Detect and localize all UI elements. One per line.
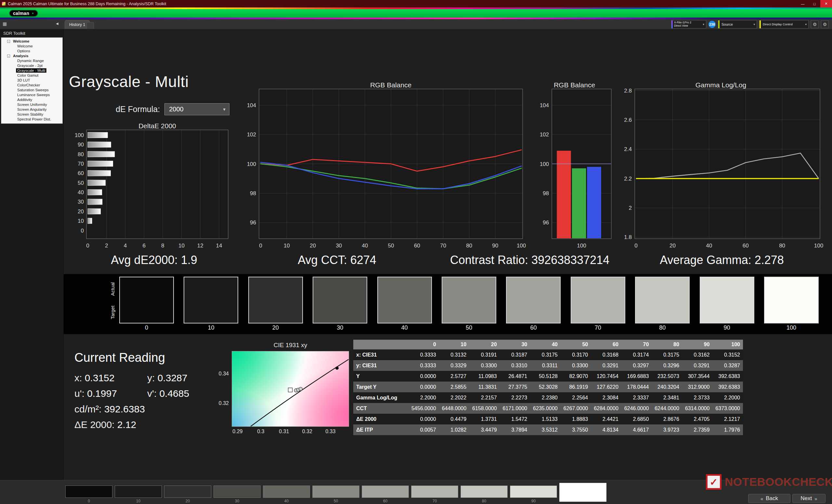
display-control-select[interactable]: Direct Display Control ▾ xyxy=(759,20,809,29)
footer-patch-70[interactable] xyxy=(411,485,458,498)
footer-patch-50[interactable] xyxy=(312,485,360,498)
sidebar-item-grayscale-2pt[interactable]: Grayscale - 2pt xyxy=(1,63,62,68)
table-cell: 6284.0000 xyxy=(591,403,621,414)
sidebar-item-welcome[interactable]: Welcome xyxy=(1,44,62,49)
meter-select[interactable]: X-Rite i1Pro 2 Direct View ▾ xyxy=(671,20,706,29)
table-cell: 2.2022 xyxy=(439,392,470,403)
svg-text:2: 2 xyxy=(629,205,632,211)
grayscale-swatch-10 xyxy=(184,277,238,324)
rgb-bar-blue xyxy=(587,167,601,239)
sidebar-item-colorchecker[interactable]: ColorChecker xyxy=(1,83,62,88)
table-cell: 0.3333 xyxy=(409,360,439,371)
footer-patch-90[interactable] xyxy=(510,485,557,498)
layout-grid-icon[interactable]: ▦ xyxy=(3,22,7,26)
footer-patch-40[interactable] xyxy=(263,485,310,498)
calman-logo-button[interactable]: calman ▼ xyxy=(9,10,38,17)
close-button[interactable]: ✕ xyxy=(820,0,832,7)
sidebar-item-label: Spectral Power Dist. xyxy=(16,117,52,121)
sidebar-item-label: 3D LUT xyxy=(16,78,31,82)
grayscale-swatch-100 xyxy=(764,277,819,324)
calman-logo-text: calman xyxy=(13,11,29,16)
back-button[interactable]: « Back xyxy=(748,494,790,503)
current-reading-title: Current Reading xyxy=(74,351,220,365)
svg-text:98: 98 xyxy=(250,190,256,196)
table-cell: 0.3291 xyxy=(682,360,713,371)
chevron-down-icon: ▾ xyxy=(805,23,807,26)
sidebar-item-screen-angularity[interactable]: Screen Angularity xyxy=(1,107,62,112)
brand-bar: calman ▼ xyxy=(0,9,832,18)
table-row-x-cie31: x: CIE310.33330.31320.31910.31870.31750.… xyxy=(353,349,743,360)
grayscale-swatch-60 xyxy=(506,277,561,324)
settings-gear-icon[interactable]: ⚙ xyxy=(821,21,829,28)
table-cell: 0.3310 xyxy=(500,360,530,371)
gear-icon[interactable]: ⚙ xyxy=(811,21,819,28)
table-cell: 6246.0000 xyxy=(621,403,652,414)
sidebar-item-color-gamut[interactable]: Color Gamut xyxy=(1,73,62,78)
footer-patch-100[interactable] xyxy=(559,483,606,502)
maximize-button[interactable]: □ xyxy=(809,0,820,7)
sidebar-collapse-icon[interactable]: ◀ xyxy=(56,22,58,25)
table-cell: 0.3297 xyxy=(621,360,652,371)
sidebar-item-label: Welcome xyxy=(16,44,34,48)
table-cell: 3.7894 xyxy=(500,424,530,435)
sidebar-item-screen-stability[interactable]: Screen Stability xyxy=(1,112,62,117)
grayscale-swatch-90 xyxy=(700,277,754,324)
tree-collapse-icon[interactable]: - xyxy=(7,40,10,43)
table-cell: 178.0444 xyxy=(621,382,652,392)
sidebar-item-screen-uniformity[interactable]: Screen Uniformity xyxy=(1,102,62,107)
main-content: Grayscale - Multi dE Formula: 2000 ▼ Del… xyxy=(64,29,832,480)
de-reading: ΔE 2000: 2.12 xyxy=(74,419,220,435)
sidebar-item-luminance-sweeps[interactable]: Luminance Sweeps xyxy=(1,92,62,97)
table-cell: 1.7976 xyxy=(712,424,743,435)
table-col-header-20: 20 xyxy=(469,340,500,349)
source-select[interactable]: Source ▾ xyxy=(718,20,757,29)
new-tab-button[interactable] xyxy=(86,22,94,29)
footer-patch-30[interactable] xyxy=(213,485,261,498)
sidebar-item-additivity[interactable]: Additivity xyxy=(1,97,62,102)
footer-patch-10[interactable] xyxy=(115,485,162,498)
swatch-label-90: 90 xyxy=(700,325,754,331)
sidebar-item-saturation-sweeps[interactable]: Saturation Sweeps xyxy=(1,88,62,92)
sidebar-item-spectral-power-dist[interactable]: Spectral Power Dist. xyxy=(1,117,62,122)
tree-group-welcome[interactable]: -Welcome xyxy=(1,39,62,44)
de-label: ΔE 2000: xyxy=(74,419,114,430)
svg-text:90: 90 xyxy=(78,142,84,148)
cie-x-tick: 0.33 xyxy=(321,429,340,435)
table-cell: 26.4871 xyxy=(500,371,530,382)
tree-group-analysis[interactable]: -Analysis xyxy=(1,54,62,58)
footer-patch-0[interactable] xyxy=(65,485,112,498)
svg-text:60: 60 xyxy=(743,243,749,249)
svg-text:104: 104 xyxy=(540,102,549,109)
sidebar-item-options[interactable]: Options xyxy=(1,49,62,54)
table-cell: 0.3132 xyxy=(439,349,470,360)
swatch-label-0: 0 xyxy=(119,325,174,331)
svg-text:96: 96 xyxy=(543,220,549,226)
footer-patch-20[interactable] xyxy=(164,485,211,498)
footer-patch-label-70: 70 xyxy=(411,499,458,503)
grayscale-swatch-40 xyxy=(377,277,432,324)
x-value: 0.3152 xyxy=(85,372,115,383)
v-value: 0.4685 xyxy=(159,388,189,399)
table-cell: 2.3337 xyxy=(621,392,652,403)
reading-marker xyxy=(299,387,303,391)
table-cell: 127.6220 xyxy=(591,382,621,392)
svg-text:10: 10 xyxy=(78,218,84,224)
footer-patch-60[interactable] xyxy=(362,485,409,498)
minimize-button[interactable]: — xyxy=(797,0,809,7)
footer-patch-80[interactable] xyxy=(461,485,508,498)
tab-history-1[interactable]: History 1 xyxy=(65,20,90,29)
sidebar-item-grayscale-multi[interactable]: Grayscale - Multi xyxy=(1,68,62,73)
sidebar-item-label: Luminance Sweeps xyxy=(16,93,51,97)
sidebar-item-dynamic-range[interactable]: Dynamic Range xyxy=(1,58,62,63)
svg-text:8: 8 xyxy=(161,243,164,249)
footer-patch-label-90: 90 xyxy=(510,499,557,503)
sidebar-item-3d-lut[interactable]: 3D LUT xyxy=(1,78,62,83)
table-row-label: Target Y xyxy=(353,382,409,392)
table-cell: 0.3175 xyxy=(652,349,682,360)
tree-collapse-icon[interactable]: - xyxy=(7,55,10,57)
deltae-bar-20 xyxy=(88,208,101,214)
next-button[interactable]: Next » xyxy=(792,494,826,503)
table-cell: 3.4479 xyxy=(469,424,500,435)
de-formula-dropdown[interactable]: 2000 ▼ xyxy=(164,103,230,115)
footer-patch-label-60: 60 xyxy=(362,499,409,503)
